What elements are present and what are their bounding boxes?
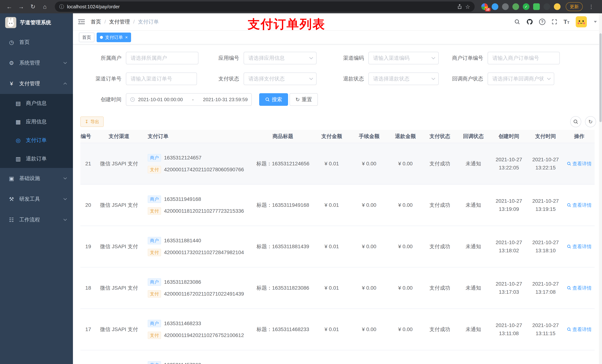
vertical-scrollbar[interactable] (599, 13, 602, 364)
table-row[interactable]: 商户 1635311457963 支付 查看详情 (80, 350, 595, 364)
user-avatar[interactable] (576, 16, 587, 27)
card-icon: ▤ (15, 100, 22, 106)
extension-icon[interactable] (502, 3, 509, 10)
url-text: localhost:1024/pay/order (67, 4, 454, 10)
reload-icon[interactable]: ↻ (27, 3, 39, 10)
toggle-search-button[interactable] (570, 116, 581, 127)
notify-status-select[interactable] (488, 73, 554, 85)
product-title: 标题：1635311881439 (253, 243, 312, 250)
browser-menu-icon[interactable]: ⋮ (586, 4, 596, 10)
view-detail-link[interactable]: 查看详情 (564, 285, 595, 291)
sidebar-item-merchant-info[interactable]: ▤ 商户信息 (0, 94, 73, 113)
breadcrumb-pay-mgmt[interactable]: 支付管理 (109, 18, 130, 25)
menu-label: 系统管理 (19, 59, 40, 66)
sidebar-item-workflow[interactable]: ☷ 工作流程 (0, 209, 73, 230)
table-row[interactable]: 18 微信 JSAPI 支付 商户 1635311823086 支付 42000… (80, 268, 595, 309)
sidebar-item-pay-order[interactable]: ◎ 支付订单 (0, 131, 73, 149)
breadcrumb-separator: / (133, 19, 135, 25)
refresh-icon: ↻ (295, 96, 300, 103)
create-clock: 13:19:09 (491, 205, 527, 213)
sidebar-item-refund-order[interactable]: ▥ 退款订单 (0, 149, 73, 168)
collapse-sidebar-icon[interactable] (78, 19, 85, 25)
caret-down-icon[interactable] (594, 21, 597, 23)
view-detail-label: 查看详情 (572, 202, 592, 208)
bookmark-star-icon[interactable]: ☆ (465, 3, 470, 10)
back-icon[interactable]: ← (4, 3, 15, 10)
help-icon[interactable]: ? (539, 19, 545, 25)
table-row[interactable]: 19 微信 JSAPI 支付 商户 1635311881440 支付 42000… (80, 226, 595, 268)
tab-pay-order[interactable]: 支付订单 × (97, 32, 131, 42)
view-detail-link[interactable]: 查看详情 (564, 202, 595, 208)
breadcrumb-current: 支付订单 (138, 18, 159, 25)
pay-order-cell: 商户 1635311468233 支付 42000011942021102767… (144, 320, 253, 339)
sidebar-item-infrastructure[interactable]: ▣ 基础设施 (0, 168, 73, 189)
gear-icon: ⚙ (8, 60, 15, 66)
menu-label: 工作流程 (19, 216, 40, 223)
view-detail-link[interactable]: 查看详情 (564, 243, 595, 250)
app-logo[interactable]: 芋道管理系统 (0, 13, 73, 32)
home-icon[interactable]: ⌂ (39, 3, 50, 10)
breadcrumb-home[interactable]: 首页 (91, 18, 101, 25)
reset-button[interactable]: ↻ 重置 (290, 93, 318, 106)
merchant-tag: 商户 (148, 320, 161, 327)
pay-channel: 微信 JSAPI 支付 (94, 326, 144, 333)
extension-icon[interactable] (512, 3, 519, 10)
profile-avatar-icon[interactable] (554, 3, 560, 10)
sidebar-item-dev-tools[interactable]: ⚒ 研发工具 (0, 189, 73, 209)
browser-update-button[interactable]: 更新 (566, 2, 583, 11)
font-size-icon[interactable]: TT (563, 19, 570, 25)
search-button[interactable]: 搜索 (259, 93, 288, 106)
table-row[interactable]: 20 微信 JSAPI 支付 商户 1635311949168 支付 42000… (80, 185, 595, 226)
view-detail-link[interactable]: 查看详情 (564, 161, 595, 167)
site-info-icon[interactable]: ⓘ (59, 3, 64, 10)
export-button[interactable]: ↧ 导出 (80, 116, 104, 127)
extension-icon[interactable]: 10 (481, 3, 488, 10)
extension-icon[interactable] (492, 3, 498, 10)
menu-label: 基础设施 (19, 175, 40, 182)
refresh-table-button[interactable]: ↻ (585, 116, 596, 127)
scrollbar-thumb[interactable] (599, 33, 602, 122)
menu-label: 商户信息 (26, 100, 47, 107)
refund-status-select[interactable] (368, 73, 439, 85)
create-date: 2021-10-27 (491, 156, 527, 164)
pay-clock: 13:17:08 (527, 288, 564, 296)
github-icon[interactable] (527, 19, 533, 25)
table-row[interactable]: 21 微信 JSAPI 支付 商户 1635312124657 支付 42000… (80, 143, 595, 185)
page-header: 首页 / 支付管理 / 支付订单 支付订单列表 ? TT (73, 13, 602, 31)
close-icon[interactable]: × (125, 35, 128, 40)
order-id: 19 (80, 244, 94, 250)
extension-icon[interactable] (544, 3, 550, 10)
merchant-select[interactable] (126, 52, 198, 64)
pay-status-select[interactable] (244, 73, 317, 85)
sidebar-item-system[interactable]: ⚙ 系统管理 (0, 52, 73, 73)
reset-button-label: 重置 (301, 96, 312, 103)
channel-code-select[interactable] (368, 52, 439, 64)
channel-pay-no: 4200001194202110276752100612 (164, 332, 244, 338)
col-header: 手续金额 (351, 133, 387, 140)
pay-time: 2021-10-27 13:11:15 (527, 321, 564, 338)
table-body: 21 微信 JSAPI 支付 商户 1635312124657 支付 42000… (80, 143, 595, 364)
view-detail-link[interactable]: 查看详情 (564, 326, 595, 333)
date-range-picker[interactable]: 2021-10-01 00:00:00 - 2021-10-31 23:59:5… (126, 93, 252, 106)
search-icon[interactable] (514, 19, 520, 25)
table-row[interactable]: 17 微信 JSAPI 支付 商户 1635311468233 支付 42000… (80, 309, 595, 350)
filter-label: 渠道编码 (316, 54, 364, 62)
channel-order-no-input[interactable] (126, 73, 197, 85)
tab-home[interactable]: 首页 (79, 32, 94, 42)
share-icon[interactable] (457, 4, 462, 9)
page-content: 所属商户 应用编号 渠道编码 商户订单编号 渠道订单号 (73, 44, 602, 364)
address-bar[interactable]: ⓘ localhost:1024/pay/order ☆ (55, 1, 475, 12)
forward-icon[interactable]: → (16, 3, 27, 10)
fullscreen-icon[interactable] (552, 19, 557, 25)
extension-icon[interactable]: ✓ (523, 3, 529, 10)
app-select[interactable] (244, 52, 317, 64)
merchant-order-no-input[interactable] (488, 52, 560, 64)
sidebar-item-payment[interactable]: ¥ 支付管理 (0, 73, 73, 94)
extension-icon[interactable] (533, 3, 540, 10)
sidebar-item-app-info[interactable]: ▦ 应用信息 (0, 113, 73, 131)
sidebar-item-home[interactable]: ◷ 首页 (0, 32, 73, 52)
filter-merchant-order-no: 商户订单编号 (435, 52, 560, 64)
col-header: 支付渠道 (94, 133, 144, 140)
sidebar-menu: ◷ 首页 ⚙ 系统管理 ¥ 支付管理 ▤ 商户信息 ▦ 应用信息 (0, 32, 73, 230)
pay-amount: ¥ 0.01 (312, 326, 351, 332)
